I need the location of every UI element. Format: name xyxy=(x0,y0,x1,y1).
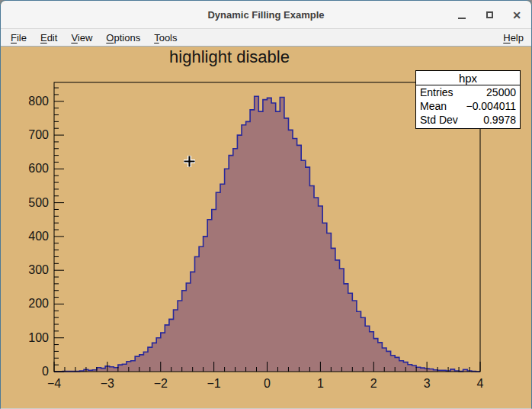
root-canvas[interactable]: highlight disable −4−3−2−101234010020030… xyxy=(1,47,532,409)
stats-value: 0.9978 xyxy=(483,114,516,126)
menu-item-tools[interactable]: Tools xyxy=(147,31,184,45)
minimize-button[interactable] xyxy=(453,7,470,24)
maximize-button[interactable] xyxy=(481,7,498,24)
menu-item-help[interactable]: Help xyxy=(495,31,531,45)
menu-item-edit[interactable]: Edit xyxy=(34,31,64,45)
menu-item-options[interactable]: Options xyxy=(99,31,147,45)
app-window: Dynamic Filling Example ✕ File Edit View… xyxy=(0,0,532,409)
stats-label: Std Dev xyxy=(420,114,458,126)
y-tick-label: 800 xyxy=(28,95,49,108)
minimize-icon xyxy=(458,18,466,19)
close-icon: ✕ xyxy=(512,10,521,21)
y-tick-label: 700 xyxy=(28,128,49,141)
menu-item-file[interactable]: File xyxy=(4,31,34,45)
window-title: Dynamic Filling Example xyxy=(1,1,531,29)
stats-row-mean: Mean −0.004011 xyxy=(416,99,520,113)
stats-row-stddev: Std Dev 0.9978 xyxy=(416,113,520,127)
stats-value: 25000 xyxy=(486,86,516,98)
x-tick-label: 1 xyxy=(317,377,324,390)
histogram-shape[interactable] xyxy=(54,96,480,372)
window-controls: ✕ xyxy=(453,1,525,29)
stats-box-title: hpx xyxy=(416,71,520,85)
x-tick-label: 0 xyxy=(264,377,271,390)
stats-label: Mean xyxy=(420,100,447,112)
maximize-icon xyxy=(486,11,493,18)
y-tick-label: 600 xyxy=(28,162,49,175)
x-tick-label: 3 xyxy=(424,377,431,390)
crosshair-cursor-icon xyxy=(183,155,196,168)
x-tick-label: −3 xyxy=(101,377,114,390)
y-tick-label: 400 xyxy=(28,230,49,243)
stats-label: Entries xyxy=(420,86,453,98)
stats-value: −0.004011 xyxy=(466,100,516,112)
stats-row-entries: Entries 25000 xyxy=(416,85,520,99)
y-tick-label: 0 xyxy=(42,365,49,378)
y-tick-label: 500 xyxy=(28,196,49,209)
titlebar[interactable]: Dynamic Filling Example ✕ xyxy=(1,1,531,29)
x-tick-label: −4 xyxy=(47,377,61,390)
x-tick-label: 4 xyxy=(477,377,484,390)
x-tick-label: 2 xyxy=(370,377,377,390)
y-tick-label: 100 xyxy=(28,331,49,344)
y-tick-label: 200 xyxy=(28,297,49,310)
menubar: File Edit View Options Tools Help xyxy=(1,29,531,47)
x-tick-label: −1 xyxy=(207,377,221,390)
stats-box[interactable]: hpx Entries 25000 Mean −0.004011 Std Dev… xyxy=(415,70,521,129)
y-tick-label: 300 xyxy=(28,263,49,276)
menu-item-view[interactable]: View xyxy=(64,31,99,45)
close-button[interactable]: ✕ xyxy=(508,7,525,24)
x-tick-label: −2 xyxy=(154,377,168,390)
